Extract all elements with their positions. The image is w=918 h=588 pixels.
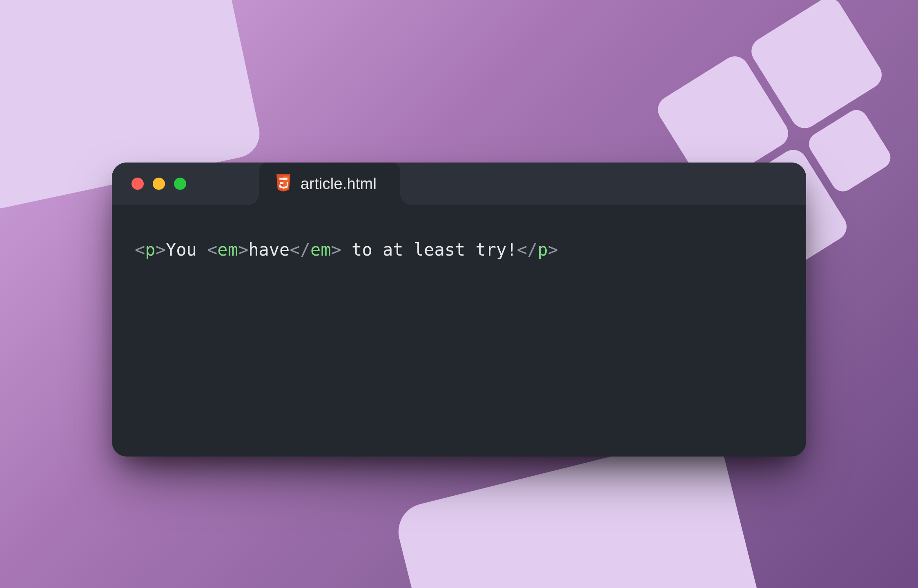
window-controls xyxy=(112,178,186,190)
editor-body[interactable]: <p>You <em>have</em> to at least try!</p… xyxy=(112,205,806,294)
code-token-punct: > xyxy=(331,240,341,260)
code-token-tag: em xyxy=(217,240,238,260)
code-token-text: have xyxy=(248,240,290,260)
code-token-tag: p xyxy=(537,240,548,260)
tab-filename: article.html xyxy=(301,175,377,193)
code-token-punct: > xyxy=(156,240,166,260)
code-token-tag: em xyxy=(310,240,331,260)
code-token-punct: </ xyxy=(290,240,310,260)
minimize-icon[interactable] xyxy=(153,178,165,190)
file-tab[interactable]: article.html xyxy=(259,163,400,205)
zoom-icon[interactable] xyxy=(174,178,186,190)
code-token-punct: < xyxy=(207,240,217,260)
code-token-text: You xyxy=(166,240,207,260)
html5-icon xyxy=(275,174,292,193)
window-titlebar: article.html xyxy=(112,163,806,205)
close-icon[interactable] xyxy=(131,178,144,190)
code-token-punct: > xyxy=(548,240,558,260)
code-token-tag: p xyxy=(145,240,155,260)
code-line[interactable]: <p>You <em>have</em> to at least try!</p… xyxy=(135,237,783,263)
code-token-punct: > xyxy=(238,240,248,260)
code-token-punct: </ xyxy=(517,240,538,260)
editor-window: article.html <p>You <em>have</em> to at … xyxy=(112,163,806,457)
code-token-punct: < xyxy=(135,240,145,260)
code-token-text: to at least try! xyxy=(341,240,517,260)
